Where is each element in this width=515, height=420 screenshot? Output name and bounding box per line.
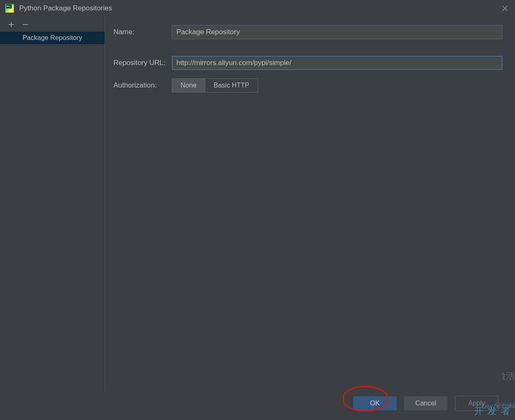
- sidebar-toolbar: [0, 21, 105, 32]
- form-area: Name: Repository URL: Authorization: Non…: [105, 17, 515, 391]
- name-label: Name:: [113, 28, 172, 36]
- url-label: Repository URL:: [113, 59, 172, 67]
- add-button[interactable]: [8, 21, 15, 28]
- auth-label: Authorization:: [113, 81, 172, 90]
- auth-row: Authorization: None Basic HTTP: [113, 78, 502, 92]
- remove-button[interactable]: [22, 21, 29, 28]
- ok-button[interactable]: OK: [353, 396, 397, 410]
- main-content: Package Repository Name: Repository URL:…: [0, 17, 515, 391]
- close-icon: [502, 5, 508, 11]
- plus-icon: [8, 22, 14, 28]
- window-title: Python Package Repositories: [19, 4, 112, 12]
- pycharm-icon: PC: [5, 4, 14, 13]
- auth-none-button[interactable]: None: [172, 79, 205, 92]
- titlebar: PC Python Package Repositories: [0, 0, 515, 17]
- name-input[interactable]: [172, 25, 502, 39]
- name-row: Name:: [113, 25, 502, 39]
- apply-button[interactable]: Apply: [455, 396, 498, 411]
- url-row: Repository URL:: [113, 56, 502, 70]
- sidebar: Package Repository: [0, 17, 105, 391]
- repo-list-item[interactable]: Package Repository: [0, 32, 105, 44]
- cancel-button[interactable]: Cancel: [404, 396, 447, 410]
- auth-basic-button[interactable]: Basic HTTP: [205, 79, 257, 92]
- url-input[interactable]: [172, 56, 502, 70]
- minus-icon: [23, 22, 28, 28]
- dialog-footer: OK Cancel Apply: [0, 391, 515, 420]
- close-button[interactable]: [500, 3, 510, 13]
- auth-toggle-group: None Basic HTTP: [172, 78, 258, 92]
